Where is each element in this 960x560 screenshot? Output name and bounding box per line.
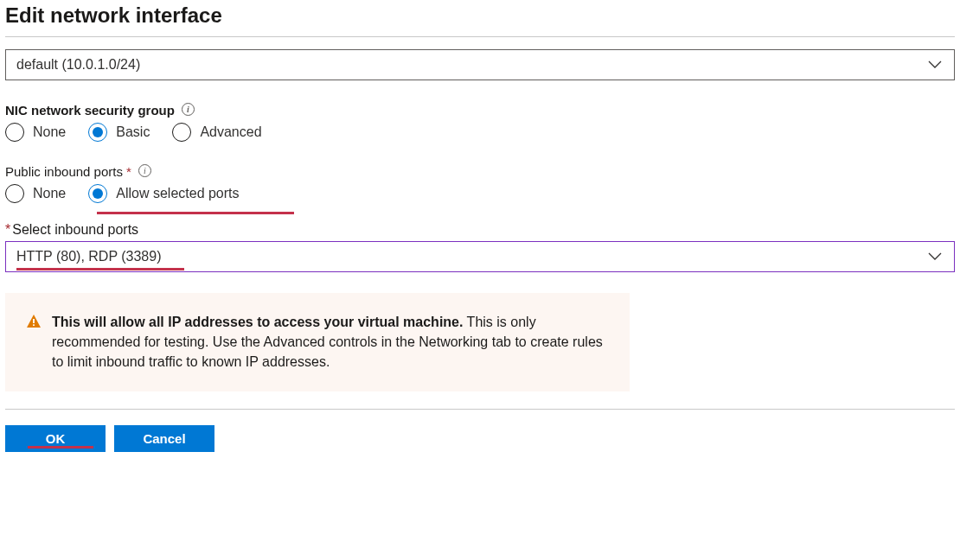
nsg-radio-none-label: None — [33, 124, 66, 140]
inbound-ports-radio-allow[interactable]: Allow selected ports — [88, 184, 239, 203]
select-ports-label: *Select inbound ports — [5, 222, 955, 238]
highlight-underline — [28, 446, 93, 449]
cancel-button[interactable]: Cancel — [114, 425, 214, 452]
subnet-value: default (10.0.1.0/24) — [16, 55, 140, 74]
nsg-label: NIC network security group i — [5, 103, 955, 118]
divider-top — [5, 36, 955, 37]
ok-button[interactable]: OK — [5, 425, 106, 452]
select-ports-dropdown[interactable]: HTTP (80), RDP (3389) — [5, 241, 955, 272]
select-ports-value: HTTP (80), RDP (3389) — [16, 247, 161, 266]
chevron-down-icon — [928, 247, 942, 266]
divider-bottom — [5, 409, 955, 410]
subnet-dropdown[interactable]: default (10.0.1.0/24) — [5, 49, 955, 80]
button-row: OK Cancel — [5, 425, 955, 452]
inbound-ports-radio-allow-label: Allow selected ports — [116, 186, 239, 201]
nsg-radio-basic[interactable]: Basic — [88, 123, 150, 142]
warning-icon — [26, 314, 42, 372]
info-icon[interactable]: i — [182, 103, 195, 116]
inbound-ports-radio-group: None Allow selected ports — [5, 184, 955, 203]
highlight-underline — [16, 268, 184, 270]
inbound-ports-radio-none[interactable]: None — [5, 184, 66, 203]
info-icon[interactable]: i — [138, 164, 151, 177]
nsg-radio-advanced-label: Advanced — [200, 124, 261, 140]
nsg-radio-advanced[interactable]: Advanced — [172, 123, 261, 142]
svg-rect-1 — [33, 324, 35, 326]
nsg-radio-none[interactable]: None — [5, 123, 66, 142]
warning-box: This will allow all IP addresses to acce… — [5, 293, 630, 391]
inbound-ports-radio-none-label: None — [33, 186, 66, 201]
page-title: Edit network interface — [5, 3, 955, 28]
nsg-radio-basic-label: Basic — [116, 124, 150, 140]
inbound-ports-label: Public inbound ports * i — [5, 164, 955, 179]
warning-text: This will allow all IP addresses to acce… — [52, 312, 609, 372]
highlight-underline — [97, 212, 294, 214]
chevron-down-icon — [928, 55, 942, 74]
nsg-radio-group: None Basic Advanced — [5, 123, 955, 142]
svg-rect-0 — [33, 319, 35, 323]
